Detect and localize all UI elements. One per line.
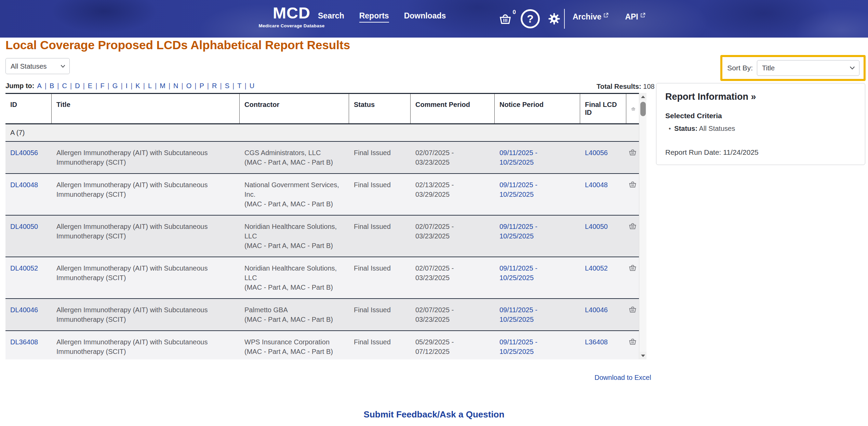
report-information-title[interactable]: Report Information » (665, 92, 856, 102)
col-header-basket[interactable] (626, 94, 639, 123)
notice-period-link[interactable]: 09/11/2025 - (499, 305, 576, 315)
final-lcd-id-link[interactable]: L40048 (585, 181, 608, 189)
comment-period-cell: 02/07/2025 - 03/23/2025 (411, 257, 495, 298)
site-header: MCD Medicare Coverage Database Search Re… (0, 0, 868, 38)
notice-period-link[interactable]: 10/25/2025 (499, 273, 576, 283)
api-link[interactable]: API (625, 12, 645, 22)
notice-period-link[interactable]: 09/11/2025 - (499, 148, 576, 157)
scroll-up-icon[interactable] (640, 93, 646, 100)
lcd-id-link[interactable]: DL40048 (10, 181, 38, 189)
jump-letter-link[interactable]: K (135, 82, 145, 90)
notice-period-link[interactable]: 09/11/2025 - (499, 222, 576, 231)
add-to-basket-button[interactable] (626, 174, 639, 215)
add-to-basket-button[interactable] (626, 331, 639, 359)
col-header-comment-period[interactable]: Comment Period (411, 94, 495, 123)
notice-period-link[interactable]: 09/11/2025 - (499, 180, 576, 190)
help-button[interactable]: ? (521, 9, 540, 28)
final-lcd-id-link[interactable]: L40056 (585, 149, 608, 156)
notice-period-link[interactable]: 10/25/2025 (499, 190, 576, 199)
col-header-id[interactable]: ID (5, 94, 52, 123)
nav-downloads[interactable]: Downloads (404, 11, 446, 23)
notice-period-link[interactable]: 10/25/2025 (499, 347, 576, 356)
contractor-type: (MAC - Part A, MAC - Part B) (244, 315, 345, 324)
contractor-type: (MAC - Part A, MAC - Part B) (244, 347, 345, 356)
lcd-id-link[interactable]: DL36408 (10, 338, 38, 346)
status-select[interactable]: All Statuses (5, 58, 70, 74)
external-link-icon (603, 13, 609, 18)
final-lcd-id-link[interactable]: L40052 (585, 264, 608, 272)
criteria-label: Status: (674, 125, 697, 132)
jump-letter-link[interactable]: E (88, 82, 97, 90)
basket-button[interactable]: 0 (497, 11, 513, 27)
final-lcd-id-link[interactable]: L36408 (585, 338, 608, 346)
submit-feedback-link[interactable]: Submit Feedback/Ask a Question (0, 409, 868, 420)
lcd-id-link[interactable]: DL40046 (10, 306, 38, 314)
contractor-cell: Noridian Healthcare Solutions, LLC (MAC … (240, 257, 349, 298)
add-to-basket-button[interactable] (626, 299, 639, 330)
scrollbar-thumb[interactable] (640, 102, 646, 116)
jump-letter-link[interactable]: R (212, 82, 222, 90)
comment-period-cell: 02/13/2025 - 03/29/2025 (411, 174, 495, 215)
notice-period-link[interactable]: 09/11/2025 - (499, 337, 576, 347)
archive-link[interactable]: Archive (573, 12, 609, 22)
lcd-id-link[interactable]: DL40052 (10, 264, 38, 272)
col-header-final-lcd-id[interactable]: Final LCD ID (580, 94, 626, 123)
jump-letter-link[interactable]: I (126, 82, 133, 90)
nav-reports[interactable]: Reports (359, 11, 389, 23)
final-lcd-id-link[interactable]: L40050 (585, 223, 608, 230)
comment-period-start: 02/07/2025 - (415, 305, 491, 315)
table-scrollbar[interactable] (639, 93, 646, 359)
download-to-excel-link[interactable]: Download to Excel (595, 374, 651, 382)
gear-icon (547, 12, 561, 26)
jump-letter-link[interactable]: M (160, 82, 170, 90)
jump-letter-link[interactable]: C (62, 82, 72, 90)
sortby-select[interactable]: Title (757, 60, 859, 76)
notice-period-cell: 09/11/2025 - 10/25/2025 (495, 142, 580, 173)
lcd-title: Allergen Immunotherapy (AIT) with Subcut… (52, 142, 240, 173)
jump-letter-link[interactable]: T (237, 82, 246, 90)
jump-letter-link[interactable]: U (250, 82, 254, 90)
jump-letter-link[interactable]: S (225, 82, 235, 90)
lcd-id-link[interactable]: DL40056 (10, 149, 38, 156)
notice-period-cell: 09/11/2025 - 10/25/2025 (495, 216, 580, 257)
add-to-basket-button[interactable] (626, 216, 639, 257)
lcd-id-link[interactable]: DL40050 (10, 223, 38, 230)
scroll-down-icon[interactable] (640, 352, 646, 359)
help-icon: ? (527, 13, 534, 25)
report-information-panel: Report Information » Selected Criteria •… (656, 83, 865, 165)
add-to-basket-button[interactable] (626, 142, 639, 173)
jump-letter-link[interactable]: P (200, 82, 209, 90)
jump-letter-link[interactable]: G (112, 82, 123, 90)
header-divider (564, 9, 565, 29)
nav-search[interactable]: Search (318, 11, 344, 23)
status-value: Final Issued (349, 257, 411, 298)
settings-button[interactable] (547, 12, 561, 26)
jump-letter-link[interactable]: O (186, 82, 197, 90)
col-header-title[interactable]: Title (52, 94, 240, 123)
final-lcd-id-link[interactable]: L40046 (585, 306, 608, 314)
comment-period-end: 03/23/2025 (415, 157, 491, 167)
col-header-notice-period[interactable]: Notice Period (495, 94, 580, 123)
comment-period-start: 02/07/2025 - (415, 263, 491, 273)
contractor-name: Palmetto GBA (244, 305, 345, 315)
jump-letter-link[interactable]: L (148, 82, 157, 90)
add-to-basket-button[interactable] (626, 257, 639, 298)
total-results-label: Total Results: (597, 83, 641, 90)
notice-period-link[interactable]: 10/25/2025 (499, 315, 576, 324)
col-header-contractor[interactable]: Contractor (240, 94, 349, 123)
jump-letter-link[interactable]: A (37, 82, 46, 90)
col-header-status[interactable]: Status (349, 94, 411, 123)
notice-period-link[interactable]: 10/25/2025 (499, 157, 576, 167)
notice-period-link[interactable]: 10/25/2025 (499, 231, 576, 241)
criteria-item: • Status: All Statuses (665, 125, 856, 133)
lcd-title: Allergen Immunotherapy (AIT) with Subcut… (52, 331, 240, 359)
report-run-date: Report Run Date: 11/24/2025 (665, 148, 856, 156)
jump-letter-link[interactable]: D (75, 82, 85, 90)
jump-letter-link[interactable]: B (50, 82, 59, 90)
comment-period-end: 03/29/2025 (415, 190, 491, 199)
jump-letter-link[interactable]: N (173, 82, 183, 90)
notice-period-link[interactable]: 09/11/2025 - (499, 263, 576, 273)
basket-count-badge: 0 (513, 9, 516, 16)
jump-letter-link[interactable]: F (100, 82, 109, 90)
sortby-label: Sort By: (727, 64, 753, 72)
